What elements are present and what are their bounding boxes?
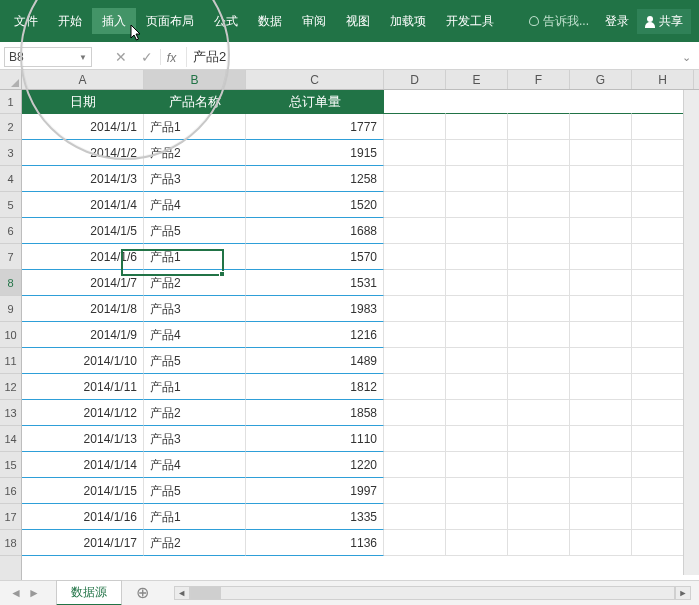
cell-E18[interactable] [446, 530, 508, 556]
cell-F14[interactable] [508, 426, 570, 452]
cell-D3[interactable] [384, 140, 446, 166]
cell-G17[interactable] [570, 504, 632, 530]
row-header-17[interactable]: 17 [0, 504, 21, 530]
cell-B17[interactable]: 产品1 [144, 504, 246, 530]
cell-C10[interactable]: 1216 [246, 322, 384, 348]
cell-G13[interactable] [570, 400, 632, 426]
cell-G11[interactable] [570, 348, 632, 374]
cell-F7[interactable] [508, 244, 570, 270]
cell-D17[interactable] [384, 504, 446, 530]
cell-C18[interactable]: 1136 [246, 530, 384, 556]
row-header-1[interactable]: 1 [0, 90, 21, 114]
name-box[interactable]: B8 ▼ [4, 47, 92, 67]
cell-C16[interactable]: 1997 [246, 478, 384, 504]
cell-C6[interactable]: 1688 [246, 218, 384, 244]
cell-B3[interactable]: 产品2 [144, 140, 246, 166]
cell-C7[interactable]: 1570 [246, 244, 384, 270]
cell-G18[interactable] [570, 530, 632, 556]
cell-B8[interactable]: 产品2 [144, 270, 246, 296]
cell-F4[interactable] [508, 166, 570, 192]
col-header-H[interactable]: H [632, 70, 694, 89]
cell-D15[interactable] [384, 452, 446, 478]
cell-A15[interactable]: 2014/1/14 [22, 452, 144, 478]
cell-G4[interactable] [570, 166, 632, 192]
sheet-nav-next-icon[interactable]: ► [28, 586, 40, 600]
cell-D11[interactable] [384, 348, 446, 374]
tab-数据[interactable]: 数据 [248, 8, 292, 34]
cell-F12[interactable] [508, 374, 570, 400]
cell-F9[interactable] [508, 296, 570, 322]
cancel-formula-button[interactable]: ✕ [108, 49, 134, 65]
cell-G3[interactable] [570, 140, 632, 166]
cell-G12[interactable] [570, 374, 632, 400]
cell-E10[interactable] [446, 322, 508, 348]
formula-input[interactable] [186, 47, 677, 67]
cell-C13[interactable]: 1858 [246, 400, 384, 426]
row-header-3[interactable]: 3 [0, 140, 21, 166]
row-header-18[interactable]: 18 [0, 530, 21, 556]
new-sheet-button[interactable]: ⊕ [132, 582, 154, 604]
row-header-7[interactable]: 7 [0, 244, 21, 270]
cell-C9[interactable]: 1983 [246, 296, 384, 322]
cell-F13[interactable] [508, 400, 570, 426]
cell-F17[interactable] [508, 504, 570, 530]
cell-G8[interactable] [570, 270, 632, 296]
expand-formula-bar-icon[interactable]: ⌄ [677, 51, 695, 64]
cell-B15[interactable]: 产品4 [144, 452, 246, 478]
cell-F11[interactable] [508, 348, 570, 374]
tab-开始[interactable]: 开始 [48, 8, 92, 34]
cell-D7[interactable] [384, 244, 446, 270]
cell-C11[interactable]: 1489 [246, 348, 384, 374]
tab-审阅[interactable]: 审阅 [292, 8, 336, 34]
cell-A12[interactable]: 2014/1/11 [22, 374, 144, 400]
login-button[interactable]: 登录 [597, 13, 637, 30]
cell-F3[interactable] [508, 140, 570, 166]
header-cell-E[interactable] [446, 90, 508, 114]
cell-B18[interactable]: 产品2 [144, 530, 246, 556]
cell-C12[interactable]: 1812 [246, 374, 384, 400]
cell-C8[interactable]: 1531 [246, 270, 384, 296]
cell-D6[interactable] [384, 218, 446, 244]
cell-E5[interactable] [446, 192, 508, 218]
hscroll-right-icon[interactable]: ► [675, 586, 691, 600]
insert-function-button[interactable]: fx [160, 49, 186, 65]
cell-F2[interactable] [508, 114, 570, 140]
row-headers[interactable]: 123456789101112131415161718 [0, 90, 22, 580]
cell-A18[interactable]: 2014/1/17 [22, 530, 144, 556]
row-header-10[interactable]: 10 [0, 322, 21, 348]
cell-G15[interactable] [570, 452, 632, 478]
cell-A8[interactable]: 2014/1/7 [22, 270, 144, 296]
cell-C5[interactable]: 1520 [246, 192, 384, 218]
cell-E16[interactable] [446, 478, 508, 504]
cell-F5[interactable] [508, 192, 570, 218]
cell-A13[interactable]: 2014/1/12 [22, 400, 144, 426]
cell-B5[interactable]: 产品4 [144, 192, 246, 218]
cell-G16[interactable] [570, 478, 632, 504]
tell-me[interactable]: 告诉我... [521, 13, 597, 30]
cell-E8[interactable] [446, 270, 508, 296]
column-headers[interactable]: ABCDEFGH [22, 70, 699, 90]
sheet-nav-buttons[interactable]: ◄ ► [0, 586, 50, 600]
cell-F8[interactable] [508, 270, 570, 296]
col-header-D[interactable]: D [384, 70, 446, 89]
share-button[interactable]: 共享 [637, 9, 691, 34]
header-cell-B[interactable]: 产品名称 [144, 90, 246, 114]
cell-A2[interactable]: 2014/1/1 [22, 114, 144, 140]
cell-G10[interactable] [570, 322, 632, 348]
cell-A5[interactable]: 2014/1/4 [22, 192, 144, 218]
row-header-4[interactable]: 4 [0, 166, 21, 192]
col-header-E[interactable]: E [446, 70, 508, 89]
row-header-5[interactable]: 5 [0, 192, 21, 218]
cell-E3[interactable] [446, 140, 508, 166]
select-all-corner[interactable] [0, 70, 22, 90]
cell-D16[interactable] [384, 478, 446, 504]
cell-C2[interactable]: 1777 [246, 114, 384, 140]
tab-公式[interactable]: 公式 [204, 8, 248, 34]
cell-D2[interactable] [384, 114, 446, 140]
row-header-6[interactable]: 6 [0, 218, 21, 244]
cell-B14[interactable]: 产品3 [144, 426, 246, 452]
col-header-A[interactable]: A [22, 70, 144, 89]
worksheet-grid[interactable]: ABCDEFGH 123456789101112131415161718 日期产… [0, 70, 699, 580]
cell-A4[interactable]: 2014/1/3 [22, 166, 144, 192]
cell-G5[interactable] [570, 192, 632, 218]
